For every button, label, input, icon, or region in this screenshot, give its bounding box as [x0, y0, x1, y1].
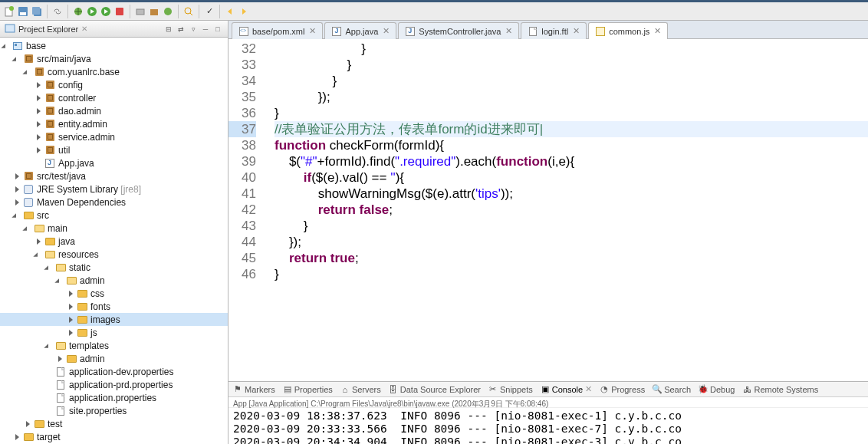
- tree-item[interactable]: Maven Dependencies: [0, 196, 228, 209]
- twisty-icon[interactable]: [25, 68, 32, 76]
- twisty-icon[interactable]: [35, 81, 43, 89]
- twisty-icon[interactable]: [14, 212, 21, 219]
- console-output[interactable]: 2020-03-09 18:38:37.623 INFO 8096 --- [n…: [229, 408, 868, 444]
- tree-item[interactable]: dao.admin: [0, 104, 228, 117]
- twisty-icon[interactable]: [46, 264, 54, 271]
- twisty-icon[interactable]: [25, 420, 32, 428]
- tree-item[interactable]: util: [0, 143, 228, 156]
- twisty-icon[interactable]: [67, 290, 75, 298]
- tree-item[interactable]: fonts: [0, 300, 228, 313]
- bottom-tab-properties[interactable]: ▤Properties: [283, 385, 333, 394]
- tree-item[interactable]: images: [0, 313, 228, 326]
- tree-item[interactable]: application-dev.properties: [0, 365, 228, 378]
- view-menu-icon[interactable]: ▿: [188, 24, 199, 35]
- tree-item[interactable]: admin: [0, 274, 228, 287]
- bottom-tab-search[interactable]: 🔍Search: [653, 385, 691, 394]
- debug-icon[interactable]: [72, 5, 84, 18]
- tree-item[interactable]: application.properties: [0, 391, 228, 404]
- close-tab-icon[interactable]: ✕: [505, 26, 512, 36]
- tree-item[interactable]: config: [0, 78, 228, 91]
- twisty-icon[interactable]: [67, 329, 75, 337]
- close-tab-icon[interactable]: ✕: [573, 26, 580, 36]
- tree-item[interactable]: src/main/java: [0, 52, 228, 65]
- save-icon[interactable]: [17, 5, 29, 18]
- toggle-mark-icon[interactable]: ✓: [203, 5, 215, 18]
- tree-item[interactable]: resources: [0, 248, 228, 261]
- back-icon[interactable]: [224, 5, 236, 18]
- twisty-icon[interactable]: [46, 342, 54, 350]
- twisty-icon[interactable]: [57, 277, 64, 284]
- twisty-icon[interactable]: [67, 303, 75, 311]
- tree-item[interactable]: base: [0, 39, 228, 52]
- twisty-icon[interactable]: [35, 94, 43, 102]
- tree-item[interactable]: js: [0, 326, 228, 339]
- collapse-all-icon[interactable]: ⊟: [163, 24, 174, 35]
- twisty-icon[interactable]: [35, 120, 43, 128]
- tree-item[interactable]: src/test/java: [0, 169, 228, 183]
- tree-item[interactable]: application-prd.properties: [0, 378, 228, 391]
- editor-tab[interactable]: base/pom.xml✕: [232, 22, 323, 39]
- twisty-icon[interactable]: [67, 316, 75, 324]
- new-class-icon[interactable]: [162, 5, 174, 18]
- close-tab-icon[interactable]: ✕: [383, 26, 390, 36]
- tree-item[interactable]: src: [0, 209, 228, 222]
- tree-item[interactable]: css: [0, 287, 228, 300]
- tree-item[interactable]: admin: [0, 352, 228, 365]
- twisty-icon[interactable]: [35, 251, 43, 258]
- bottom-tab-markers[interactable]: ⚑Markers: [233, 385, 275, 394]
- twisty-icon[interactable]: [14, 199, 21, 206]
- twisty-icon[interactable]: [57, 355, 64, 363]
- close-view-icon[interactable]: ✕: [81, 25, 87, 33]
- link-editor-icon[interactable]: ⇄: [176, 24, 186, 35]
- close-icon[interactable]: ✕: [585, 384, 592, 394]
- twisty-icon[interactable]: [35, 107, 43, 115]
- twisty-icon[interactable]: [14, 55, 21, 63]
- twisty-icon[interactable]: [3, 42, 11, 50]
- tree-item[interactable]: main: [0, 222, 228, 235]
- tree-item[interactable]: JRE System Library [jre8]: [0, 183, 228, 196]
- editor-tab[interactable]: login.ftl✕: [521, 22, 587, 39]
- maximize-icon[interactable]: □: [212, 24, 223, 35]
- twisty-icon[interactable]: [14, 433, 21, 441]
- project-tree[interactable]: basesrc/main/javacom.yuanlrc.baseconfigc…: [0, 38, 228, 444]
- editor-tab[interactable]: SystemController.java✕: [398, 22, 519, 39]
- tree-item[interactable]: target: [0, 430, 228, 443]
- new-icon[interactable]: [3, 5, 15, 18]
- twisty-icon[interactable]: [35, 238, 43, 245]
- twisty-icon[interactable]: [35, 146, 43, 154]
- new-server-icon[interactable]: [134, 5, 146, 18]
- bottom-tab-console[interactable]: ▣Console ✕: [541, 384, 592, 394]
- twisty-icon[interactable]: [25, 225, 32, 232]
- bottom-tab-debug[interactable]: 🐞Debug: [699, 385, 735, 394]
- twisty-icon[interactable]: [35, 133, 43, 141]
- bottom-tab-progress[interactable]: ◔Progress: [600, 385, 645, 394]
- code-area[interactable]: } } } });}//表单验证公用方法，传表单form的id进来即可|func…: [271, 39, 868, 381]
- editor-tab[interactable]: common.js✕: [588, 22, 668, 39]
- run-icon[interactable]: [86, 5, 98, 18]
- close-tab-icon[interactable]: ✕: [654, 26, 661, 36]
- tree-item[interactable]: controller: [0, 91, 228, 104]
- tree-item[interactable]: templates: [0, 339, 228, 352]
- save-all-icon[interactable]: [31, 5, 43, 18]
- bottom-tab-data-source-explorer[interactable]: 🗄Data Source Explorer: [389, 385, 481, 394]
- external-tools-icon[interactable]: [113, 5, 126, 18]
- tree-item[interactable]: site.properties: [0, 404, 228, 417]
- new-package-icon[interactable]: [148, 5, 160, 18]
- minimize-icon[interactable]: ─: [200, 24, 211, 35]
- tree-item[interactable]: static: [0, 261, 228, 274]
- code-editor[interactable]: 323334353637383940414243444546 } } } });…: [229, 39, 868, 381]
- twisty-icon[interactable]: [14, 173, 21, 180]
- run-last-icon[interactable]: [100, 5, 112, 18]
- tree-item[interactable]: entity.admin: [0, 117, 228, 130]
- twisty-icon[interactable]: [14, 186, 21, 193]
- link-icon[interactable]: [51, 5, 64, 18]
- editor-tab[interactable]: App.java✕: [324, 22, 396, 39]
- forward-icon[interactable]: [238, 5, 250, 18]
- bottom-tab-snippets[interactable]: ✂Snippets: [488, 385, 533, 394]
- search-icon[interactable]: [182, 5, 195, 18]
- tree-item[interactable]: test: [0, 417, 228, 430]
- tree-item[interactable]: App.java: [0, 156, 228, 169]
- tree-item[interactable]: service.admin: [0, 130, 228, 143]
- close-tab-icon[interactable]: ✕: [309, 26, 316, 36]
- tree-item[interactable]: com.yuanlrc.base: [0, 65, 228, 78]
